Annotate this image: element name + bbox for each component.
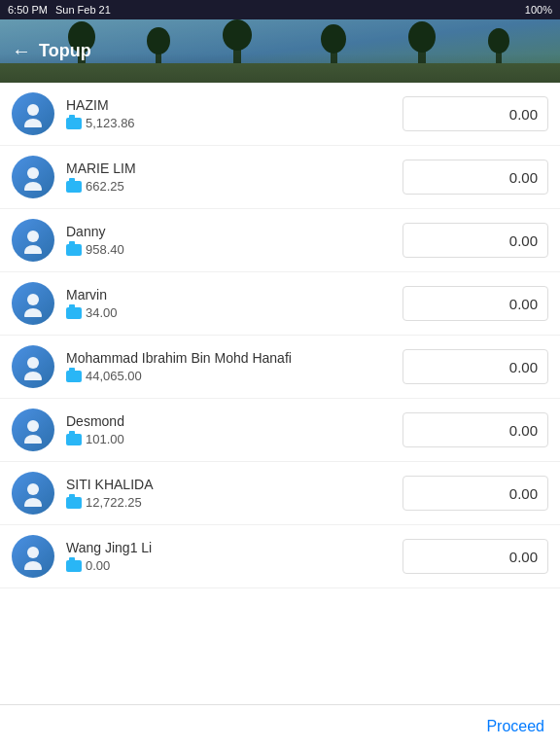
user-balance: 34.00 [66,305,402,320]
user-info: MARIE LIM 662.25 [66,160,402,194]
header-content: ← Topup [0,19,560,83]
user-row: HAZIM 5,123.86 [0,83,560,146]
user-balance: 0.00 [66,558,402,573]
user-row: Desmond 101.00 [0,399,560,462]
user-name: Desmond [66,413,402,429]
user-name: MARIE LIM [66,160,402,176]
user-balance: 5,123.86 [66,116,402,130]
user-row: MARIE LIM 662.25 [0,146,560,209]
balance-amount: 101.00 [86,432,124,446]
user-balance: 101.00 [66,432,402,446]
avatar [12,156,54,198]
user-balance: 662.25 [66,179,402,194]
user-name: Danny [66,224,402,239]
svg-point-17 [27,167,39,179]
user-row: SITI KHALIDA 12,722.25 [0,462,560,525]
svg-point-24 [24,372,42,380]
balance-amount: 5,123.86 [86,116,135,130]
balance-amount: 958.40 [86,242,124,257]
status-time: 6:50 PM [8,4,48,16]
svg-point-16 [24,119,42,127]
user-row: Marvin 34.00 [0,272,560,336]
user-info: HAZIM 5,123.86 [66,97,402,130]
avatar [12,535,54,578]
topup-amount-input-8[interactable] [402,539,548,574]
avatar [12,409,54,451]
user-name: Wang Jing1 Li [66,540,402,555]
avatar [12,219,54,262]
user-row: Mohammad Ibrahim Bin Mohd Hanafi 44,065.… [0,336,560,399]
topup-amount-input-2[interactable] [402,160,548,195]
user-info: Desmond 101.00 [66,413,402,446]
svg-point-23 [27,357,39,369]
topup-amount-input-7[interactable] [402,476,548,511]
wallet-icon [66,371,82,382]
wallet-icon [66,244,82,256]
wallet-icon [66,181,82,193]
avatar [12,92,54,135]
user-name: Marvin [66,287,402,302]
balance-amount: 44,065.00 [86,369,142,383]
balance-amount: 0.00 [86,558,110,573]
footer: Proceed [0,704,560,747]
header: ← Topup [0,19,560,83]
balance-amount: 662.25 [86,179,124,194]
svg-point-15 [27,104,39,116]
back-button[interactable]: ← [12,40,31,62]
avatar [12,282,54,325]
proceed-button[interactable]: Proceed [486,718,544,735]
svg-point-20 [24,245,42,254]
topup-amount-input-5[interactable] [402,349,548,384]
status-date: Sun Feb 21 [55,4,111,16]
topup-amount-input-6[interactable] [402,412,548,447]
balance-amount: 12,722.25 [86,495,142,510]
svg-point-18 [24,182,42,191]
user-info: SITI KHALIDA 12,722.25 [66,477,402,510]
user-row: Wang Jing1 Li 0.00 [0,525,560,588]
balance-amount: 34.00 [86,305,118,320]
wallet-icon [66,560,82,572]
status-bar: 6:50 PM Sun Feb 21 100% [0,0,560,19]
avatar [12,472,54,515]
svg-point-21 [27,294,39,305]
svg-point-28 [24,498,42,507]
user-info: Danny 958.40 [66,224,402,257]
page-title: Topup [39,41,91,61]
wallet-icon [66,497,82,509]
avatar [12,345,54,388]
svg-point-19 [27,231,39,242]
user-info: Mohammad Ibrahim Bin Mohd Hanafi 44,065.… [66,350,402,383]
svg-point-25 [27,420,39,432]
user-info: Marvin 34.00 [66,287,402,320]
topup-amount-input-1[interactable] [402,96,548,131]
svg-point-26 [24,435,42,444]
topup-amount-input-4[interactable] [402,286,548,321]
svg-point-29 [27,547,39,558]
battery-indicator: 100% [525,4,552,16]
topup-amount-input-3[interactable] [402,223,548,258]
user-info: Wang Jing1 Li 0.00 [66,540,402,573]
user-name: HAZIM [66,97,402,113]
user-row: Danny 958.40 [0,209,560,272]
wallet-icon [66,118,82,129]
user-balance: 958.40 [66,242,402,257]
user-name: Mohammad Ibrahim Bin Mohd Hanafi [66,350,402,366]
wallet-icon [66,434,82,445]
user-name: SITI KHALIDA [66,477,402,492]
user-balance: 44,065.00 [66,369,402,383]
user-balance: 12,722.25 [66,495,402,510]
wallet-icon [66,307,82,319]
svg-point-22 [24,308,42,317]
user-list: HAZIM 5,123.86 MARIE LIM 662.25 [0,83,560,704]
svg-point-30 [24,561,42,570]
svg-point-27 [27,483,39,495]
